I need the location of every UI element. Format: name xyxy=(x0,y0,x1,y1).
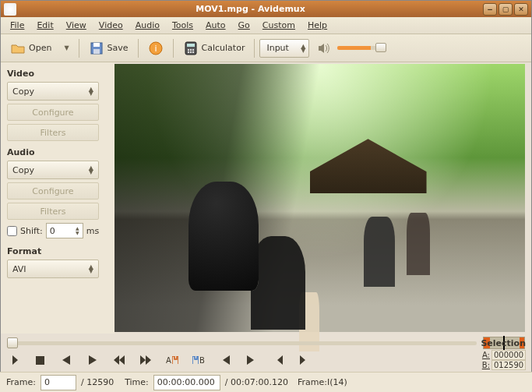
menu-help[interactable]: Help xyxy=(301,19,333,32)
svg-rect-1 xyxy=(93,43,100,47)
audio-section-label: Audio xyxy=(7,147,108,157)
window-title: MOV1.mpg - Avidemux xyxy=(19,4,481,14)
menu-video[interactable]: Video xyxy=(93,19,129,32)
format-section-label: Format xyxy=(7,246,108,256)
svg-rect-6 xyxy=(187,44,195,47)
floppy-icon xyxy=(89,41,104,56)
sel-a-key: A: xyxy=(482,351,490,359)
close-button[interactable]: ✕ xyxy=(514,3,528,16)
info-icon: i xyxy=(148,41,164,56)
save-label: Save xyxy=(107,43,129,53)
shift-checkbox[interactable] xyxy=(7,226,17,236)
toolbar: Open ▼ Save i Calculator Input ▲▼ xyxy=(1,34,531,62)
audio-configure-button[interactable]: Configure xyxy=(7,182,99,200)
input-mode-value: Input xyxy=(266,43,288,53)
time-field[interactable]: 00:00:00.000 xyxy=(153,375,220,390)
speaker-icon[interactable] xyxy=(317,41,331,55)
svg-text:i: i xyxy=(154,44,157,54)
video-codec-value: Copy xyxy=(12,87,34,97)
menu-auto[interactable]: Auto xyxy=(199,19,232,32)
sel-b-value: 012590 xyxy=(491,360,526,370)
volume-slider[interactable] xyxy=(337,46,386,50)
shift-label: Shift: xyxy=(20,226,43,236)
selection-label: Selection xyxy=(476,338,526,348)
volume-thumb[interactable] xyxy=(375,43,386,52)
video-filters-button[interactable]: Filters xyxy=(7,124,99,141)
scrub-row xyxy=(1,334,531,352)
video-configure-button[interactable]: Configure xyxy=(7,104,99,121)
time-label: Time: xyxy=(125,377,149,387)
format-value: AVI xyxy=(12,264,26,274)
menu-go[interactable]: Go xyxy=(232,19,256,32)
shift-value: 0 xyxy=(50,226,55,236)
save-button[interactable]: Save xyxy=(84,38,133,58)
titlebar: MOV1.mpg - Avidemux − ▢ ✕ xyxy=(1,1,531,17)
maximize-button[interactable]: ▢ xyxy=(499,3,513,16)
shift-spinbox[interactable]: 0 ▲▼ xyxy=(46,223,83,238)
minimize-button[interactable]: − xyxy=(483,3,497,16)
svg-point-10 xyxy=(187,51,188,52)
svg-rect-2 xyxy=(93,49,100,54)
goto-start-button[interactable] xyxy=(219,354,231,366)
shift-unit: ms xyxy=(86,226,99,236)
sidebar: Video Copy ▲▼ Configure Filters Audio Co… xyxy=(1,62,115,334)
set-marker-b-button[interactable]: B xyxy=(192,354,205,366)
frame-type: Frame:I(14) xyxy=(298,377,347,387)
svg-point-9 xyxy=(192,48,193,50)
audio-codec-select[interactable]: Copy ▲▼ xyxy=(7,161,99,179)
scrub-slider[interactable] xyxy=(7,341,477,345)
format-select[interactable]: AVI ▲▼ xyxy=(7,260,99,278)
stop-button[interactable] xyxy=(33,354,46,366)
menubar: File Edit View Video Audio Tools Auto Go… xyxy=(1,17,531,34)
svg-point-8 xyxy=(189,48,191,50)
video-preview xyxy=(115,64,525,332)
next-keyframe-button[interactable] xyxy=(139,354,152,366)
calculator-icon xyxy=(183,41,199,56)
app-icon xyxy=(4,3,16,16)
audio-codec-value: Copy xyxy=(12,165,34,175)
scrub-thumb[interactable] xyxy=(7,337,18,348)
svg-point-11 xyxy=(189,51,191,52)
video-section-label: Video xyxy=(7,69,108,79)
goto-end-button[interactable] xyxy=(245,354,258,366)
open-dropdown[interactable]: ▼ xyxy=(59,42,73,54)
video-codec-select[interactable]: Copy ▲▼ xyxy=(7,82,99,101)
prev-keyframe-button[interactable] xyxy=(113,354,125,366)
menu-audio[interactable]: Audio xyxy=(129,19,166,32)
preview-frame-image xyxy=(115,64,525,332)
open-button[interactable]: Open xyxy=(5,38,56,58)
menu-edit[interactable]: Edit xyxy=(30,19,59,32)
prev-frame-button[interactable] xyxy=(60,354,72,366)
goto-marker-b-button[interactable] xyxy=(298,354,311,366)
calculator-label: Calculator xyxy=(202,43,245,53)
info-button[interactable]: i xyxy=(143,38,168,58)
status-bar: Frame: 0 / 12590 Time: 00:00:00.000 / 00… xyxy=(0,372,532,392)
svg-point-12 xyxy=(192,51,193,52)
frame-total: / 12590 xyxy=(81,377,114,387)
menu-view[interactable]: View xyxy=(60,19,93,32)
input-mode-select[interactable]: Input ▲▼ xyxy=(259,39,309,58)
selection-panel: Selection A:000000 B:012590 xyxy=(476,338,526,370)
next-frame-button[interactable] xyxy=(86,354,99,366)
folder-open-icon xyxy=(10,41,26,56)
frame-field[interactable]: 0 xyxy=(41,375,76,390)
calculator-button[interactable]: Calculator xyxy=(178,38,250,58)
sel-b-key: B: xyxy=(482,361,490,369)
audio-filters-button[interactable]: Filters xyxy=(7,203,99,220)
play-button[interactable] xyxy=(7,354,19,366)
duration: / 00:07:00.120 xyxy=(225,377,288,387)
svg-point-7 xyxy=(187,48,188,50)
goto-marker-a-button[interactable] xyxy=(272,354,284,366)
menu-custom[interactable]: Custom xyxy=(256,19,301,32)
menu-file[interactable]: File xyxy=(4,19,30,32)
sel-a-value: 000000 xyxy=(491,350,526,360)
open-label: Open xyxy=(29,43,51,53)
menu-tools[interactable]: Tools xyxy=(166,19,199,32)
svg-rect-13 xyxy=(36,356,44,365)
transport-bar: A B xyxy=(1,352,531,371)
frame-label: Frame: xyxy=(6,377,36,387)
set-marker-a-button[interactable]: A xyxy=(166,354,178,366)
